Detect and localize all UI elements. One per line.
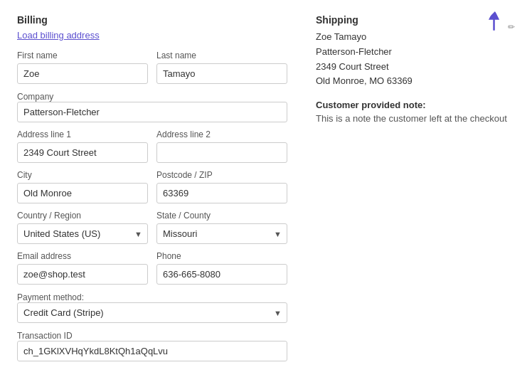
country-select[interactable]: United States (US) — [17, 223, 148, 244]
state-select[interactable]: Missouri — [156, 223, 287, 244]
country-label: Country / Region — [17, 211, 148, 221]
city-group: City — [17, 170, 148, 203]
country-group: Country / Region United States (US) ▼ — [17, 211, 148, 244]
city-label: City — [17, 170, 148, 180]
phone-group: Phone — [156, 251, 287, 285]
state-select-wrapper: Missouri ▼ — [156, 223, 287, 244]
first-name-input[interactable] — [17, 63, 148, 84]
last-name-group: Last name — [156, 51, 287, 84]
transaction-id-row: Transaction ID — [17, 330, 287, 361]
transaction-id-label: Transaction ID — [17, 331, 73, 341]
country-state-row: Country / Region United States (US) ▼ St… — [17, 211, 287, 244]
payment-method-label: Payment method: — [17, 292, 84, 302]
arrow-icon — [484, 11, 506, 33]
customer-note-title: Customer provided note: — [316, 100, 515, 110]
company-label: Company — [17, 92, 53, 102]
postcode-label: Postcode / ZIP — [156, 170, 287, 180]
customer-note-text: This is a note the customer left at the … — [316, 113, 515, 124]
phone-label: Phone — [156, 251, 287, 261]
address1-label: Address line 1 — [17, 129, 148, 139]
address2-label: Address line 2 — [156, 129, 287, 139]
city-input[interactable] — [17, 183, 148, 203]
address1-group: Address line 1 — [17, 129, 148, 163]
address2-input[interactable] — [156, 142, 287, 163]
payment-method-select[interactable]: Credit Card (Stripe) — [17, 302, 287, 323]
edit-pencil-icon: ✏ — [508, 22, 515, 32]
shipping-name: Zoe Tamayo Patterson-Fletcher 2349 Court… — [316, 30, 515, 89]
billing-section: Billing Load billing address First name … — [17, 14, 287, 369]
name-row: First name Last name — [17, 51, 287, 84]
first-name-label: First name — [17, 51, 148, 60]
postcode-group: Postcode / ZIP — [156, 170, 287, 203]
billing-title: Billing — [17, 14, 287, 26]
postcode-input[interactable] — [156, 183, 287, 203]
first-name-group: First name — [17, 51, 148, 84]
phone-input[interactable] — [156, 264, 287, 285]
payment-method-row: Payment method: Credit Card (Stripe) ▼ — [17, 292, 287, 323]
last-name-input[interactable] — [156, 63, 287, 84]
country-select-wrapper: United States (US) ▼ — [17, 223, 148, 244]
email-phone-row: Email address Phone — [17, 251, 287, 285]
email-input[interactable] — [17, 264, 148, 285]
company-input[interactable] — [17, 102, 287, 122]
last-name-label: Last name — [156, 51, 287, 60]
payment-method-select-wrapper: Credit Card (Stripe) ▼ — [17, 302, 287, 323]
company-row: Company — [17, 91, 287, 122]
city-postcode-row: City Postcode / ZIP — [17, 170, 287, 203]
email-group: Email address — [17, 251, 148, 285]
address-row: Address line 1 Address line 2 — [17, 129, 287, 163]
edit-shipping-button[interactable]: ✏ — [488, 14, 515, 32]
state-label: State / County — [156, 211, 287, 221]
transaction-id-input[interactable] — [17, 341, 287, 361]
email-label: Email address — [17, 251, 148, 261]
state-group: State / County Missouri ▼ — [156, 211, 287, 244]
shipping-section: Shipping ✏ Zoe Tamayo Patterson-Fletcher… — [316, 14, 515, 369]
load-billing-link[interactable]: Load billing address — [17, 30, 100, 41]
address1-input[interactable] — [17, 142, 148, 163]
svg-line-1 — [486, 14, 503, 31]
address2-group: Address line 2 — [156, 129, 287, 163]
